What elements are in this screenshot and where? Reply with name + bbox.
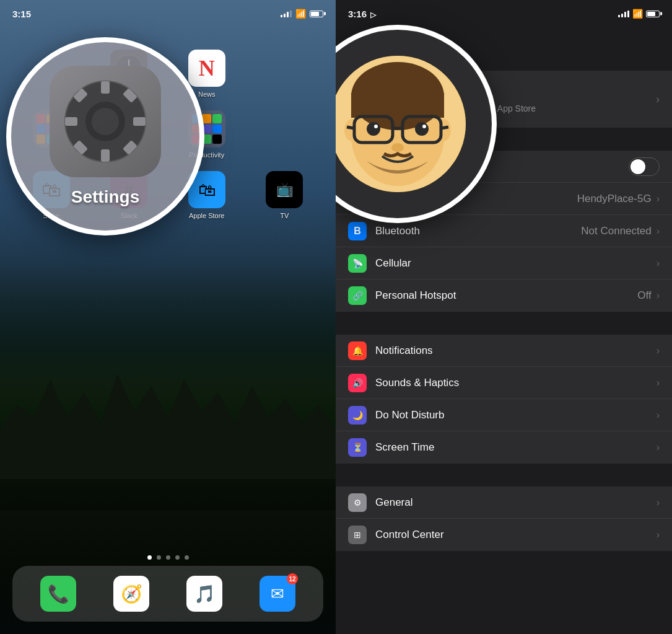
control-center-icon: ⊞	[348, 526, 367, 544]
svg-point-29	[436, 119, 451, 141]
dnd-symbol: 🌙	[352, 410, 363, 420]
signal-bar-4	[290, 11, 292, 17]
right-wifi-icon: 📶	[632, 9, 643, 19]
app-item-tv[interactable]: 📺 TV	[252, 171, 318, 219]
page-dot-3	[166, 555, 170, 560]
notifications-symbol: 🔔	[352, 346, 363, 356]
dnd-row[interactable]: 🌙 Do Not Disturb ›	[336, 399, 672, 431]
right-signal	[618, 11, 629, 17]
hotspot-label: Personal Hotspot	[375, 289, 637, 302]
signal-bar-1	[281, 15, 282, 17]
cellular-symbol: 📡	[352, 258, 363, 268]
news-icon: N	[188, 50, 225, 87]
wifi-chevron: ›	[657, 193, 660, 205]
general-symbol: ⚙	[354, 498, 362, 508]
general-chevron: ›	[657, 497, 660, 508]
cellular-icon: 📡	[348, 254, 367, 273]
notifications-section: 🔔 Notifications › 🔊 Sounds & Haptics › 🌙…	[336, 335, 672, 464]
settings-gear-svg	[62, 78, 149, 165]
svg-rect-27	[351, 93, 444, 118]
left-panel: 3:15 📶 Clock N	[0, 0, 336, 634]
hotspot-icon: 🔗	[348, 286, 367, 305]
page-dot-5	[185, 555, 189, 560]
svg-point-36	[415, 122, 429, 136]
left-status-bar: 3:15 📶	[0, 0, 336, 27]
page-dot-2	[157, 555, 161, 560]
dock-music[interactable]: 🎵	[186, 576, 222, 612]
bluetooth-icon: B	[348, 222, 367, 240]
dock-safari[interactable]: 🧭	[113, 576, 149, 612]
bluetooth-label: Bluetooth	[375, 225, 581, 237]
dnd-label: Do Not Disturb	[375, 409, 657, 421]
wifi-value: HendyPlace-5G	[577, 193, 652, 205]
screentime-chevron: ›	[657, 442, 660, 453]
hotspot-symbol: 🔗	[352, 291, 363, 301]
mail-symbol: ✉	[271, 584, 284, 604]
phone-icon: 📞	[40, 576, 76, 612]
news-n: N	[199, 55, 215, 81]
page-dot-4	[175, 555, 180, 560]
screentime-icon: ⏳	[348, 438, 367, 457]
right-panel: 3:16 ▷ 📶 Setti	[336, 0, 672, 634]
notifications-row[interactable]: 🔔 Notifications ›	[336, 335, 672, 367]
music-symbol: 🎵	[194, 584, 216, 604]
sounds-icon: 🔊	[348, 374, 367, 392]
general-icon: ⚙	[348, 493, 367, 512]
sounds-label: Sounds & Haptics	[375, 377, 657, 389]
control-center-symbol: ⊞	[354, 530, 361, 540]
dock-mail[interactable]: 12 ✉	[260, 576, 295, 612]
right-battery	[646, 11, 660, 17]
svg-line-33	[347, 127, 354, 128]
location-arrow: ▷	[370, 11, 376, 19]
bluetooth-value: Not Connected	[581, 225, 651, 237]
left-time: 3:15	[12, 9, 31, 19]
music-icon: 🎵	[186, 576, 222, 612]
signal-bar-2	[284, 14, 286, 17]
svg-rect-1	[101, 81, 110, 94]
left-status-icons: 📶	[281, 9, 323, 19]
control-center-row[interactable]: ⊞ Control Center ›	[336, 519, 672, 551]
sounds-row[interactable]: 🔊 Sounds & Haptics ›	[336, 367, 672, 399]
battery-fill	[311, 12, 319, 16]
svg-rect-2	[101, 149, 110, 162]
svg-point-38	[422, 125, 426, 128]
hotspot-row[interactable]: 🔗 Personal Hotspot Off ›	[336, 280, 672, 312]
airplane-toggle[interactable]	[629, 157, 660, 176]
wifi-icon: 📶	[295, 9, 306, 19]
screentime-row[interactable]: ⏳ Screen Time ›	[336, 431, 672, 464]
screentime-label: Screen Time	[375, 441, 657, 454]
apple-store-label: Apple Store	[189, 212, 224, 219]
cellular-row[interactable]: 📡 Cellular ›	[336, 247, 672, 280]
section-gap-3	[336, 464, 672, 487]
signal-bar-3	[287, 12, 289, 17]
svg-point-28	[344, 119, 359, 141]
signal-bars	[281, 11, 292, 17]
avatar-large-svg	[336, 56, 466, 192]
settings-zoom-circle: Settings	[6, 37, 204, 236]
right-status-bar: 3:16 ▷ 📶	[336, 0, 672, 27]
general-section: ⚙ General › ⊞ Control Center ›	[336, 487, 672, 551]
settings-icon-large	[50, 66, 161, 177]
settings-zoom-label: Settings	[71, 187, 139, 207]
phone-symbol: 📞	[48, 584, 69, 604]
dock-phone[interactable]: 📞	[40, 576, 76, 612]
app-item-empty2	[252, 110, 318, 159]
bluetooth-symbol: B	[354, 226, 361, 237]
apple-store-symbol: 🛍	[198, 180, 216, 200]
general-row[interactable]: ⚙ General ›	[336, 487, 672, 519]
hotspot-chevron: ›	[657, 290, 660, 301]
tv-symbol: 📺	[276, 182, 293, 198]
svg-point-37	[374, 125, 378, 128]
sounds-symbol: 🔊	[352, 378, 363, 388]
svg-rect-3	[65, 117, 77, 126]
dock: 📞 🧭 🎵 12 ✉	[12, 566, 323, 622]
app-item-empty	[252, 50, 318, 98]
page-dots	[0, 555, 336, 560]
svg-point-39	[391, 143, 404, 152]
right-battery-fill	[647, 12, 655, 16]
right-time: 3:16 ▷	[348, 9, 376, 19]
notifications-chevron: ›	[657, 345, 660, 356]
svg-point-10	[92, 108, 119, 135]
cellular-label: Cellular	[375, 257, 657, 270]
safari-symbol: 🧭	[121, 584, 142, 604]
